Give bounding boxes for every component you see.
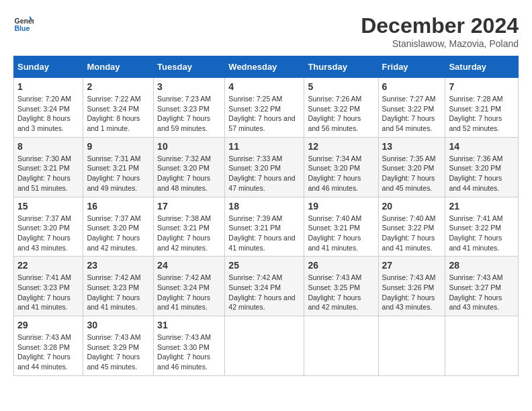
table-row: 31 Sunrise: 7:43 AMSunset: 3:30 PMDaylig… (154, 316, 225, 376)
table-row: 9 Sunrise: 7:31 AMSunset: 3:21 PMDayligh… (83, 137, 154, 197)
table-row: 4 Sunrise: 7:25 AMSunset: 3:22 PMDayligh… (225, 78, 304, 138)
col-wednesday: Wednesday (225, 56, 304, 78)
col-monday: Monday (83, 56, 154, 78)
table-row: 30 Sunrise: 7:43 AMSunset: 3:29 PMDaylig… (83, 316, 154, 376)
calendar-row-week1: 8 Sunrise: 7:30 AMSunset: 3:21 PMDayligh… (14, 137, 519, 197)
table-row: 14 Sunrise: 7:36 AMSunset: 3:20 PMDaylig… (445, 137, 519, 197)
logo: General Blue (13, 13, 34, 34)
table-row: 20 Sunrise: 7:40 AMSunset: 3:22 PMDaylig… (378, 197, 445, 257)
col-saturday: Saturday (445, 56, 519, 78)
svg-text:Blue: Blue (15, 24, 30, 32)
col-tuesday: Tuesday (154, 56, 225, 78)
page-title: December 2024 (361, 13, 519, 38)
table-row (225, 316, 304, 376)
table-row (445, 316, 519, 376)
table-row: 7 Sunrise: 7:28 AMSunset: 3:21 PMDayligh… (445, 78, 519, 138)
table-row: 1 Sunrise: 7:20 AMSunset: 3:24 PMDayligh… (14, 78, 83, 138)
table-row: 25 Sunrise: 7:42 AMSunset: 3:24 PMDaylig… (225, 257, 304, 316)
table-row: 17 Sunrise: 7:38 AMSunset: 3:21 PMDaylig… (154, 197, 225, 257)
calendar-row-week2: 15 Sunrise: 7:37 AMSunset: 3:20 PMDaylig… (14, 197, 519, 257)
header-row: Sunday Monday Tuesday Wednesday Thursday… (14, 56, 519, 78)
table-row: 18 Sunrise: 7:39 AMSunset: 3:21 PMDaylig… (225, 197, 304, 257)
table-row: 12 Sunrise: 7:34 AMSunset: 3:20 PMDaylig… (304, 137, 378, 197)
table-row: 28 Sunrise: 7:43 AMSunset: 3:27 PMDaylig… (445, 257, 519, 316)
table-row: 16 Sunrise: 7:37 AMSunset: 3:20 PMDaylig… (83, 197, 154, 257)
calendar-row-week3: 22 Sunrise: 7:41 AMSunset: 3:23 PMDaylig… (14, 257, 519, 316)
table-row: 3 Sunrise: 7:23 AMSunset: 3:23 PMDayligh… (154, 78, 225, 138)
table-row: 5 Sunrise: 7:26 AMSunset: 3:22 PMDayligh… (304, 78, 378, 138)
col-thursday: Thursday (304, 56, 378, 78)
table-row: 26 Sunrise: 7:43 AMSunset: 3:25 PMDaylig… (304, 257, 378, 316)
table-row: 11 Sunrise: 7:33 AMSunset: 3:20 PMDaylig… (225, 137, 304, 197)
page-subtitle: Stanislawow, Mazovia, Poland (361, 38, 519, 49)
logo-icon: General Blue (13, 13, 34, 34)
col-sunday: Sunday (14, 56, 83, 78)
table-row: 13 Sunrise: 7:35 AMSunset: 3:20 PMDaylig… (378, 137, 445, 197)
title-area: December 2024 Stanislawow, Mazovia, Pola… (361, 13, 519, 49)
calendar-table: Sunday Monday Tuesday Wednesday Thursday… (13, 56, 519, 376)
table-row: 2 Sunrise: 7:22 AMSunset: 3:24 PMDayligh… (83, 78, 154, 138)
table-row: 6 Sunrise: 7:27 AMSunset: 3:22 PMDayligh… (378, 78, 445, 138)
calendar-row-week4: 29 Sunrise: 7:43 AMSunset: 3:28 PMDaylig… (14, 316, 519, 376)
table-row: 23 Sunrise: 7:42 AMSunset: 3:23 PMDaylig… (83, 257, 154, 316)
table-row: 29 Sunrise: 7:43 AMSunset: 3:28 PMDaylig… (14, 316, 83, 376)
calendar-row-week0: 1 Sunrise: 7:20 AMSunset: 3:24 PMDayligh… (14, 78, 519, 138)
table-row: 19 Sunrise: 7:40 AMSunset: 3:21 PMDaylig… (304, 197, 378, 257)
table-row: 15 Sunrise: 7:37 AMSunset: 3:20 PMDaylig… (14, 197, 83, 257)
table-row: 10 Sunrise: 7:32 AMSunset: 3:20 PMDaylig… (154, 137, 225, 197)
col-friday: Friday (378, 56, 445, 78)
table-row: 8 Sunrise: 7:30 AMSunset: 3:21 PMDayligh… (14, 137, 83, 197)
table-row: 27 Sunrise: 7:43 AMSunset: 3:26 PMDaylig… (378, 257, 445, 316)
table-row (378, 316, 445, 376)
table-row: 24 Sunrise: 7:42 AMSunset: 3:24 PMDaylig… (154, 257, 225, 316)
header: General Blue December 2024 Stanislawow, … (13, 13, 519, 49)
table-row (304, 316, 378, 376)
table-row: 21 Sunrise: 7:41 AMSunset: 3:22 PMDaylig… (445, 197, 519, 257)
table-row: 22 Sunrise: 7:41 AMSunset: 3:23 PMDaylig… (14, 257, 83, 316)
